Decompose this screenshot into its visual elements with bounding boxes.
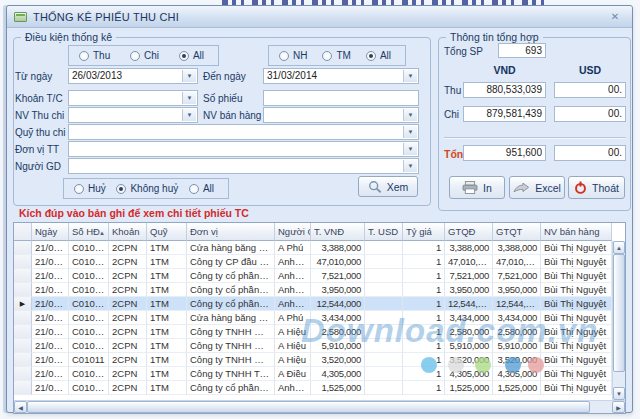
table-cell: 47,010,000 xyxy=(493,255,541,269)
table-cell: C01006 xyxy=(69,283,109,297)
table-cell: C01010 xyxy=(69,339,109,353)
nguoi-gd-combo[interactable]: ▼ xyxy=(68,158,419,174)
dropdown-arrow-icon[interactable]: ▼ xyxy=(403,70,417,82)
radio-all-huy[interactable]: All xyxy=(189,183,214,194)
scroll-right-icon[interactable]: ▶ xyxy=(612,401,625,413)
radio-huy[interactable]: Huỷ xyxy=(74,183,106,194)
tong-sp-field[interactable]: 693 xyxy=(498,43,546,58)
dropdown-arrow-icon[interactable]: ▼ xyxy=(403,126,417,138)
data-grid: Ngày Số HĐ▲ Khoản Quỹ Đơn vị Người GD T.… xyxy=(13,222,626,414)
radio-khong-huy[interactable]: Không huỷ xyxy=(116,183,178,194)
print-button[interactable]: In xyxy=(449,176,505,199)
scroll-down-icon[interactable]: ▼ xyxy=(613,387,625,400)
titlebar[interactable]: THỐNG KÊ PHIẾU THU CHI ✕ xyxy=(7,6,632,28)
header-quy[interactable]: Quỹ xyxy=(147,223,187,241)
table-cell: Anh Quân xyxy=(275,269,311,283)
header-don-vi[interactable]: Đơn vị xyxy=(187,223,275,241)
table-cell: 2CPN xyxy=(109,283,147,297)
dropdown-arrow-icon[interactable]: ▼ xyxy=(182,109,196,121)
table-cell: 1 xyxy=(403,339,445,353)
so-phieu-input[interactable] xyxy=(263,90,419,106)
scroll-up-icon[interactable]: ▲ xyxy=(613,241,625,254)
table-row[interactable]: 21/08/13C010042CPN1TMCông ty CP đầu tư v… xyxy=(14,255,612,269)
table-row[interactable]: 21/08/13C010062CPN1TMCông ty cổ phần máy… xyxy=(14,283,612,297)
header-so-hd[interactable]: Số HĐ▲ xyxy=(69,223,109,241)
radio-all-type[interactable]: All xyxy=(179,50,204,61)
chi-vnd-field[interactable]: 879,581,439 xyxy=(463,106,546,122)
table-cell: 4,305,000 xyxy=(445,367,493,381)
radio-tm[interactable]: TM xyxy=(322,50,350,61)
dropdown-arrow-icon[interactable]: ▼ xyxy=(182,70,196,82)
radio-all-payment[interactable]: All xyxy=(366,50,391,61)
header-ty-gia[interactable]: Tỷ giá xyxy=(403,223,445,241)
table-row[interactable]: 21/08/13C010132CPN1TMCông ty cổ phần máy… xyxy=(14,381,612,395)
header-khoan[interactable]: Khoản xyxy=(109,223,147,241)
usd-column-header: USD xyxy=(554,64,626,76)
header-gtqd[interactable]: GTQĐ xyxy=(445,223,493,241)
radio-label: TM xyxy=(336,50,350,61)
vertical-scrollbar[interactable]: ▲ ▼ xyxy=(612,241,625,400)
table-cell: Bùi Thị Nguyệt xyxy=(541,269,612,283)
label-tu-ngay: Từ ngày xyxy=(15,71,52,82)
nv-thu-chi-combo[interactable]: ▼ xyxy=(68,107,198,123)
summary-legend: Thông tin tổng hợp xyxy=(446,31,543,43)
table-row[interactable]: 21/08/13C010122CPN1TMCông ty TNHH Tin họ… xyxy=(14,367,612,381)
dropdown-arrow-icon[interactable]: ▼ xyxy=(403,109,417,121)
khoan-tc-combo[interactable]: ▼ xyxy=(68,90,198,106)
table-cell xyxy=(365,325,403,339)
label-quy-thu-chi: Quỹ thu chi xyxy=(15,127,66,138)
table-cell: 2CPN xyxy=(109,339,147,353)
table-cell: 2,580,000 xyxy=(445,325,493,339)
table-cell: 1TM xyxy=(147,311,187,325)
label-chi: Chi xyxy=(444,109,459,120)
tong-sp-value: 693 xyxy=(525,45,542,56)
table-cell: 2CPN xyxy=(109,381,147,395)
radio-nh[interactable]: NH xyxy=(279,50,307,61)
dropdown-arrow-icon[interactable]: ▼ xyxy=(182,92,196,104)
thu-usd-field[interactable]: 00. xyxy=(554,82,626,98)
header-gtqt[interactable]: GTQT xyxy=(493,223,541,241)
header-ngay[interactable]: Ngày xyxy=(32,223,69,241)
header-t-usd[interactable]: T. USD xyxy=(365,223,403,241)
header-nv-ban-hang[interactable]: NV bán hàng xyxy=(541,223,612,241)
chi-usd-field[interactable]: 00. xyxy=(554,106,626,122)
header-t-vnd[interactable]: T. VNĐ xyxy=(311,223,365,241)
scroll-left-icon[interactable]: ◀ xyxy=(14,401,27,413)
excel-button[interactable]: Excel xyxy=(509,176,565,199)
radio-chi[interactable]: Chi xyxy=(130,50,159,61)
horizontal-scroll-thumb[interactable] xyxy=(27,401,590,413)
table-row[interactable]: 21/08/13C010102CPN1TMCông ty TNHH MTV AM… xyxy=(14,339,612,353)
tong-vnd-field[interactable]: 951,600 xyxy=(463,145,546,161)
row-selector-cell xyxy=(14,269,32,283)
den-ngay-combo[interactable]: 31/03/2014▼ xyxy=(263,68,419,84)
dropdown-arrow-icon[interactable]: ▼ xyxy=(403,143,417,155)
table-cell: C01009 xyxy=(69,325,109,339)
table-cell: 1TM xyxy=(147,381,187,395)
table-row[interactable]: 21/08/13C010032CPN1TMCửa hàng băng đĩa t… xyxy=(14,241,612,255)
radio-thu[interactable]: Thu xyxy=(79,50,110,61)
dropdown-arrow-icon[interactable]: ▼ xyxy=(403,160,417,172)
header-nguoi-gd[interactable]: Người GD xyxy=(275,223,311,241)
horizontal-scrollbar[interactable]: ◀ ▶ xyxy=(14,400,625,413)
exit-button[interactable]: Thoát xyxy=(568,176,625,199)
table-cell: 3,388,000 xyxy=(493,241,541,255)
thu-vnd-field[interactable]: 880,533,039 xyxy=(463,82,546,98)
table-cell: 3,520,000 xyxy=(311,353,365,367)
don-vi-tt-combo[interactable]: ▼ xyxy=(68,141,419,157)
window-title: THỐNG KÊ PHIẾU THU CHI xyxy=(33,11,179,23)
view-button[interactable]: Xem xyxy=(358,176,418,197)
nv-ban-hang-combo[interactable]: ▼ xyxy=(263,107,419,123)
view-button-label: Xem xyxy=(387,181,409,193)
tong-vnd-value: 951,600 xyxy=(506,147,542,158)
vertical-scroll-thumb[interactable] xyxy=(613,254,625,372)
table-row[interactable]: 21/08/13C010082CPN1TMCửa hàng băng đĩa t… xyxy=(14,311,612,325)
close-button[interactable]: ✕ xyxy=(607,10,623,24)
table-row[interactable]: 21/08/13C010112CPN1TMCông ty TNHH MTV AM… xyxy=(14,353,612,367)
table-row[interactable]: ▶21/08/13C010072CPN1TMCông ty cổ phần má… xyxy=(14,297,612,311)
tong-usd-field[interactable]: 00. xyxy=(554,145,626,161)
table-row[interactable]: 21/08/13C010092CPN1TMCông ty TNHH MTV AM… xyxy=(14,325,612,339)
row-selector-cell xyxy=(14,283,32,297)
quy-thu-chi-combo[interactable]: ▼ xyxy=(68,124,419,140)
table-row[interactable]: 21/08/13C010052CPN1TMCông ty cổ phần máy… xyxy=(14,269,612,283)
tu-ngay-combo[interactable]: 26/03/2013▼ xyxy=(68,68,198,84)
